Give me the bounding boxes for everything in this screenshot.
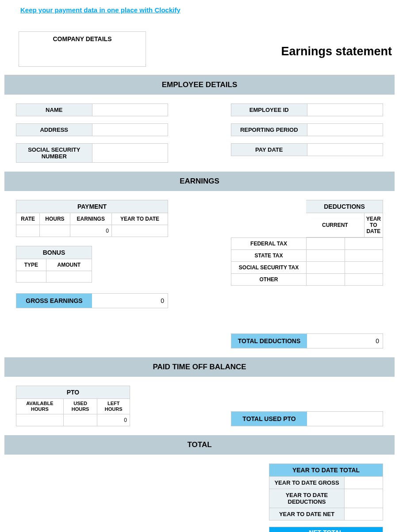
field-ssn: SOCIAL SECURITY NUMBER bbox=[16, 144, 168, 163]
deduction-current[interactable] bbox=[307, 274, 345, 286]
bonus-table: BONUS TYPE AMOUNT bbox=[16, 246, 92, 283]
col-pto-left: LEFT HOURS bbox=[97, 399, 130, 414]
label-pay-date: PAY DATE bbox=[231, 144, 307, 156]
deduction-row: STATE TAX bbox=[231, 250, 383, 262]
value-employee-id[interactable] bbox=[307, 104, 383, 116]
deduction-current[interactable] bbox=[307, 250, 345, 262]
label-name: NAME bbox=[16, 104, 92, 116]
deduction-label: FEDERAL TAX bbox=[231, 238, 307, 250]
pto-row: 0 bbox=[16, 414, 130, 426]
total-used-pto-value bbox=[307, 412, 383, 426]
label-ssn: SOCIAL SECURITY NUMBER bbox=[16, 144, 92, 163]
field-address: ADDRESS bbox=[16, 124, 168, 136]
promo-link[interactable]: Keep your payment data in one place with… bbox=[20, 6, 180, 14]
deduction-current[interactable] bbox=[307, 238, 345, 250]
gross-earnings-row: GROSS EARNINGS 0 bbox=[16, 293, 168, 308]
value-ssn[interactable] bbox=[92, 144, 168, 163]
cell-bonus-type[interactable] bbox=[16, 271, 46, 283]
bonus-row bbox=[16, 271, 92, 283]
gross-earnings-value: 0 bbox=[92, 294, 168, 308]
total-used-pto-label: TOTAL USED PTO bbox=[231, 412, 307, 426]
col-bonus-type: TYPE bbox=[16, 259, 46, 271]
col-hours: HOURS bbox=[40, 213, 70, 225]
payment-table: PAYMENT RATE HOURS EARNINGS YEAR TO DATE bbox=[16, 200, 168, 237]
ytd-deductions-value bbox=[345, 489, 383, 508]
value-address[interactable] bbox=[92, 124, 168, 136]
pto-header: PTO bbox=[16, 386, 130, 399]
field-name: NAME bbox=[16, 104, 168, 116]
label-address: ADDRESS bbox=[16, 124, 92, 136]
deduction-label: OTHER bbox=[231, 274, 307, 286]
field-employee-id: EMPLOYEE ID bbox=[231, 104, 383, 116]
page-title: Earnings statement bbox=[281, 45, 392, 58]
col-ded-current: CURRENT bbox=[306, 213, 364, 237]
cell-rate[interactable] bbox=[16, 225, 40, 237]
ytd-gross-value bbox=[345, 477, 383, 489]
deduction-current[interactable] bbox=[307, 262, 345, 274]
cell-earnings[interactable]: 0 bbox=[70, 225, 111, 237]
section-header-total: TOTAL bbox=[4, 435, 395, 455]
col-ytd: YEAR TO DATE bbox=[112, 213, 168, 225]
cell-hours[interactable] bbox=[40, 225, 70, 237]
deduction-ytd[interactable] bbox=[345, 274, 383, 286]
label-reporting-period: REPORTING PERIOD bbox=[231, 124, 307, 136]
label-employee-id: EMPLOYEE ID bbox=[231, 104, 307, 116]
ytd-total-header: YEAR TO DATE TOTAL bbox=[269, 464, 383, 477]
cell-pto-left[interactable]: 0 bbox=[97, 414, 130, 426]
section-header-pto: PAID TIME OFF BALANCE bbox=[4, 357, 395, 377]
total-used-pto-row: TOTAL USED PTO bbox=[231, 411, 383, 426]
payment-row: 0 bbox=[16, 225, 168, 237]
cell-bonus-amount[interactable] bbox=[46, 271, 92, 283]
deduction-label: STATE TAX bbox=[231, 250, 307, 262]
field-pay-date: PAY DATE bbox=[231, 144, 383, 156]
deduction-row: SOCIAL SECURITY TAX bbox=[231, 262, 383, 274]
company-details-box: COMPANY DETAILS bbox=[19, 31, 146, 67]
col-pto-used: USED HOURS bbox=[63, 399, 97, 414]
section-header-employee: EMPLOYEE DETAILS bbox=[4, 75, 395, 95]
ytd-gross-label: YEAR TO DATE GROSS bbox=[269, 477, 345, 489]
section-header-earnings: EARNINGS bbox=[4, 172, 395, 191]
value-reporting-period[interactable] bbox=[307, 124, 383, 136]
deduction-row: OTHER bbox=[231, 274, 383, 286]
field-reporting-period: REPORTING PERIOD bbox=[231, 124, 383, 136]
deduction-ytd[interactable] bbox=[345, 250, 383, 262]
value-name[interactable] bbox=[92, 104, 168, 116]
gross-earnings-label: GROSS EARNINGS bbox=[16, 294, 92, 308]
col-earnings: EARNINGS bbox=[70, 213, 111, 225]
payment-header: PAYMENT bbox=[16, 200, 168, 213]
cell-pto-avail[interactable] bbox=[16, 414, 64, 426]
pto-table: PTO AVAILABLE HOURS USED HOURS LEFT HOUR… bbox=[16, 386, 130, 426]
value-pay-date[interactable] bbox=[307, 144, 383, 156]
total-deductions-row: TOTAL DEDUCTIONS 0 bbox=[231, 333, 383, 348]
cell-ytd[interactable] bbox=[112, 225, 168, 237]
col-rate: RATE bbox=[16, 213, 40, 225]
ytd-net-label: YEAR TO DATE NET bbox=[269, 508, 345, 521]
deduction-label: SOCIAL SECURITY TAX bbox=[231, 262, 307, 274]
col-pto-avail: AVAILABLE HOURS bbox=[16, 399, 64, 414]
deduction-ytd[interactable] bbox=[345, 262, 383, 274]
ytd-total-table: YEAR TO DATE TOTAL YEAR TO DATE GROSS YE… bbox=[269, 463, 383, 521]
deductions-table: DEDUCTIONS CURRENT YEAR TO DATE bbox=[306, 200, 383, 237]
total-deductions-value: 0 bbox=[307, 334, 383, 348]
deductions-header: DEDUCTIONS bbox=[306, 200, 383, 213]
cell-pto-used[interactable] bbox=[63, 414, 97, 426]
net-total-table: NET TOTAL 0 bbox=[269, 527, 383, 532]
ytd-net-value bbox=[345, 508, 383, 521]
deduction-row: FEDERAL TAX bbox=[231, 238, 383, 250]
col-bonus-amount: AMOUNT bbox=[46, 259, 92, 271]
ytd-deductions-label: YEAR TO DATE DEDUCTIONS bbox=[269, 489, 345, 508]
net-total-label: NET TOTAL bbox=[269, 527, 383, 532]
bonus-header: BONUS bbox=[16, 246, 92, 259]
deduction-ytd[interactable] bbox=[345, 238, 383, 250]
col-ded-ytd: YEAR TO DATE bbox=[364, 213, 383, 237]
total-deductions-label: TOTAL DEDUCTIONS bbox=[231, 334, 307, 348]
